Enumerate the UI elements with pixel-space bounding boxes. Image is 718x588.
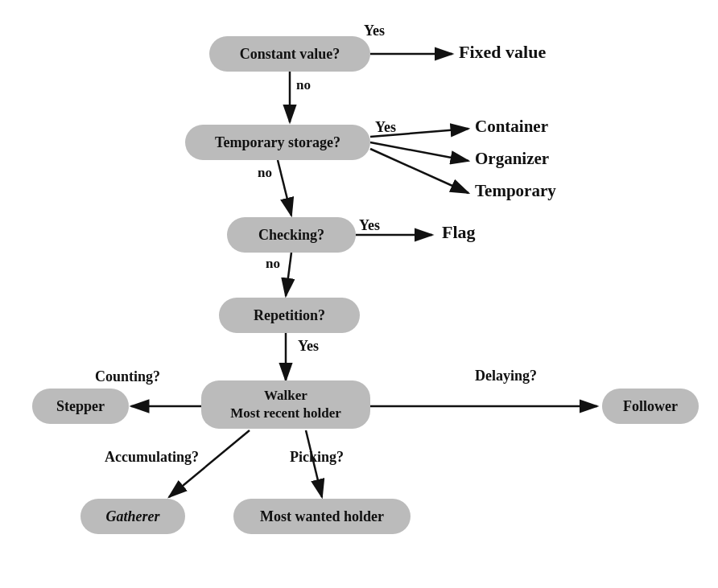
node-checking: Checking?	[227, 217, 356, 253]
label-counting: Counting?	[95, 368, 160, 385]
node-most-wanted: Most wanted holder	[233, 499, 411, 534]
yes-constant: Yes	[364, 23, 385, 39]
node-repetition: Repetition?	[219, 298, 360, 333]
node-walker: WalkerMost recent holder	[201, 380, 370, 429]
node-constant-value: Constant value?	[209, 36, 370, 72]
no-temporary: no	[258, 165, 272, 181]
yes-checking: Yes	[359, 217, 380, 234]
svg-line-6	[278, 160, 291, 216]
yes-temporary: Yes	[375, 119, 396, 136]
label-delaying: Delaying?	[475, 368, 537, 384]
label-temporary: Temporary	[475, 181, 556, 201]
svg-line-5	[370, 149, 468, 193]
label-flag: Flag	[442, 222, 476, 243]
no-checking: no	[266, 256, 280, 272]
label-accumulating: Accumulating?	[105, 449, 199, 466]
node-temporary-storage: Temporary storage?	[185, 125, 370, 160]
label-picking: Picking?	[290, 449, 344, 466]
node-gatherer: Gatherer	[80, 499, 185, 534]
label-organizer: Organizer	[475, 149, 549, 169]
yes-repetition: Yes	[298, 338, 319, 355]
flowchart: Constant value? Fixed value Temporary st…	[0, 0, 718, 588]
no-constant: no	[296, 77, 311, 93]
svg-line-4	[370, 142, 468, 161]
label-fixed-value: Fixed value	[459, 42, 546, 63]
node-follower: Follower	[602, 389, 699, 424]
label-container: Container	[475, 117, 548, 137]
node-stepper: Stepper	[32, 389, 129, 424]
svg-line-8	[286, 253, 291, 296]
